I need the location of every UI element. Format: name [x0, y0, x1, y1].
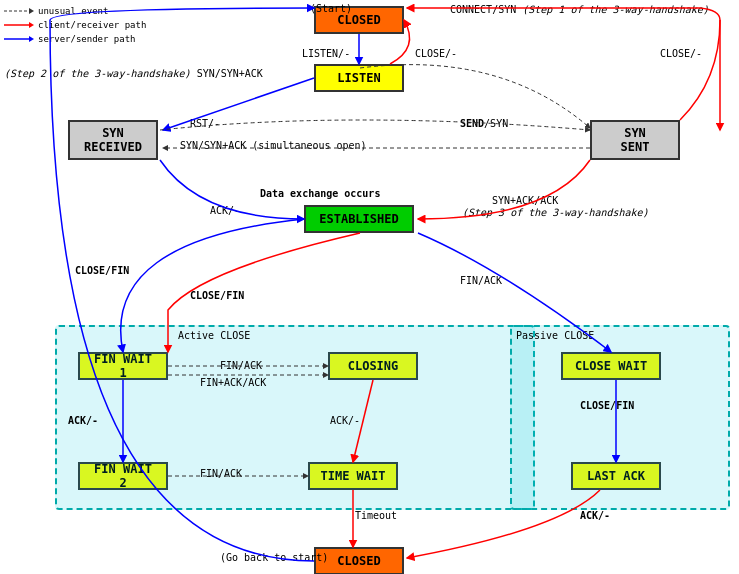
state-syn-sent: SYNSENT [590, 120, 680, 160]
label-close-fin-pasv: CLOSE/FIN [580, 400, 634, 411]
label-ack-closing: ACK/- [330, 415, 360, 426]
label-close-listen: CLOSE/- [415, 48, 457, 59]
label-close-dash: CLOSE/- [660, 48, 702, 59]
label-send-syn: SEND/SYN [460, 118, 508, 129]
label-syn-syn-ack: SYN/SYN+ACK (simultaneous open) [180, 140, 367, 151]
label-active-close: Active CLOSE [178, 330, 250, 341]
passive-close-region [510, 325, 730, 510]
label-syn-ack-ack: SYN+ACK/ACK [492, 195, 558, 206]
label-step2: (Step 2 of the 3-way-handshake) SYN/SYN+… [4, 68, 263, 79]
active-close-region [55, 325, 535, 510]
label-step3: (Step 3 of the 3-way-handshake) [462, 207, 649, 218]
label-fin-ack-ack: FIN+ACK/ACK [200, 377, 266, 388]
label-ack-lastack: ACK/- [580, 510, 610, 521]
label-go-back: (Go back to start) [220, 552, 328, 563]
label-close-fin-right: CLOSE/FIN [190, 290, 244, 301]
label-close-fin-left: CLOSE/FIN [75, 265, 129, 276]
label-passive-close: Passive CLOSE [516, 330, 594, 341]
state-established: ESTABLISHED [304, 205, 414, 233]
state-syn-received: SYNRECEIVED [68, 120, 158, 160]
svg-marker-3 [29, 22, 34, 28]
label-fin-ack-right: FIN/ACK [460, 275, 502, 286]
label-ack-established: ACK/- [210, 205, 240, 216]
label-fin-ack-timewait: FIN/ACK [200, 468, 242, 479]
svg-marker-1 [29, 8, 34, 14]
label-start: (Start) [310, 3, 352, 14]
label-listen-trigger: LISTEN/- [302, 48, 350, 59]
label-ack-left: ACK/- [68, 415, 98, 426]
label-step1: CONNECT/SYN (Step 1 of the 3-way-handsha… [450, 4, 709, 15]
label-rst: RST/- [190, 118, 220, 129]
label-fin-ack-closing: FIN/ACK [220, 360, 262, 371]
svg-marker-5 [29, 36, 34, 42]
label-data-exchange: Data exchange occurs [260, 188, 380, 199]
state-listen: LISTEN [314, 64, 404, 92]
label-timeout: Timeout [355, 510, 397, 521]
legend: unusual event client/receiver path serve… [4, 4, 146, 46]
